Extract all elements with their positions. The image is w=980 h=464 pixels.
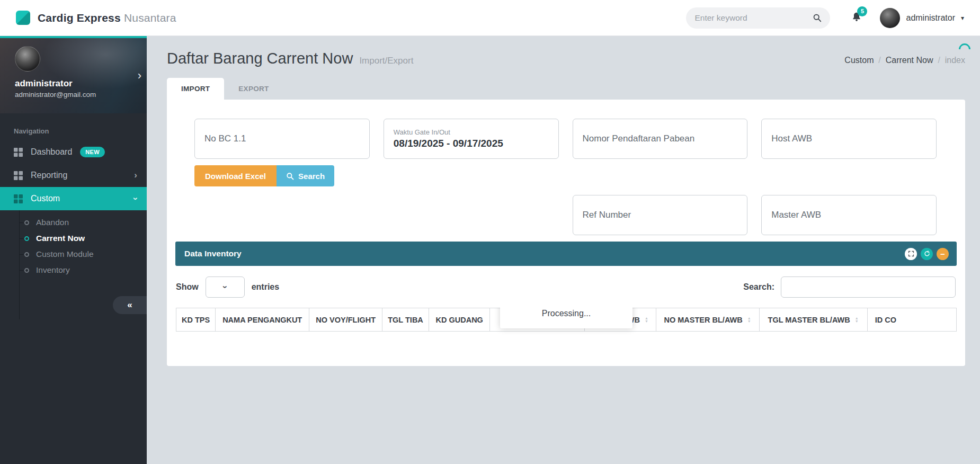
panel-title: Data Inventory (184, 249, 242, 258)
app-header: Cardig Express Nusantara 5 administrator… (0, 0, 980, 36)
tab-export[interactable]: EXPORT (224, 78, 283, 100)
search-button[interactable]: Search (277, 165, 334, 186)
no-bc-input[interactable] (204, 133, 360, 144)
ref-number-field (573, 195, 748, 235)
chevron-down-icon: › (220, 285, 230, 288)
nav-section-label: Navigation (14, 127, 147, 135)
bullet-icon (24, 268, 29, 273)
grid-icon (14, 148, 23, 157)
search-icon[interactable] (813, 13, 822, 22)
column-label: ID CO (875, 316, 896, 324)
subitem-label: Custom Module (36, 249, 94, 259)
expand-button[interactable] (905, 248, 917, 260)
user-menu[interactable]: administrator ▾ (880, 8, 964, 28)
host-awb-input[interactable] (771, 133, 926, 144)
breadcrumb-item-custom[interactable]: Custom (844, 56, 885, 65)
main-content: Daftar Barang Carrent Now Import/Export … (147, 36, 980, 464)
sidebar-item-reporting[interactable]: Reporting › (0, 164, 147, 187)
sidebar-subitem-carrent-now[interactable]: Carrent Now (0, 230, 147, 246)
profile-card: administrator administrator@gmail.com › (0, 38, 147, 113)
content-panel: Download Excel Search Waktu Gate In/Out … (167, 100, 965, 366)
column-header-tgl-tiba: TGL TIBA (382, 308, 429, 332)
table-search-input[interactable] (781, 276, 956, 298)
sidebar-item-dashboard[interactable]: Dashboard NEW (0, 140, 147, 164)
keyword-search (686, 7, 830, 29)
datatable-container: KD TPS NAMA PENGANGKUT NO VOY/FLIGHT TGL… (176, 308, 957, 394)
breadcrumb-item-index: index (945, 56, 965, 65)
sidebar-subitem-inventory[interactable]: Inventory (0, 262, 147, 278)
no-bc-field (194, 119, 370, 159)
sort-icon: ▲▼ (747, 317, 751, 323)
sidebar-subitem-abandon[interactable]: Abandon (0, 215, 147, 230)
column-header-no-voy-flight: NO VOY/FLIGHT (309, 308, 382, 332)
breadcrumb: CustomCarrent Nowindex (844, 56, 965, 67)
brand-title-light: Nusantara (124, 12, 176, 24)
column-header-kd-tps: KD TPS (176, 308, 216, 332)
refresh-icon (924, 251, 930, 257)
ref-number-input[interactable] (583, 210, 738, 220)
profile-name: administrator (15, 78, 132, 89)
master-awb-field (761, 195, 937, 235)
notification-badge: 5 (857, 6, 867, 16)
breadcrumb-item-carrent-now[interactable]: Carrent Now (886, 56, 945, 65)
bullet-icon (24, 236, 29, 241)
minus-icon: − (940, 250, 945, 258)
profile-email: administrator@gmail.com (15, 91, 132, 99)
entries-label: entries (252, 282, 279, 292)
brand-title: Cardig Express Nusantara (38, 12, 176, 24)
tab-bar: IMPORT EXPORT (167, 78, 965, 100)
brand: Cardig Express Nusantara (16, 11, 176, 25)
notification-bell[interactable]: 5 (851, 11, 862, 25)
column-label: TGL MASTER BL/AWB (768, 316, 850, 324)
data-inventory-header: Data Inventory − (175, 242, 957, 266)
column-header-id-co[interactable]: ID CO (867, 308, 956, 332)
waktu-gate-value: 08/19/2025 - 09/17/2025 (394, 138, 549, 149)
sidebar-subitem-custom-module[interactable]: Custom Module (0, 246, 147, 262)
bullet-icon (24, 220, 29, 225)
keyword-search-input[interactable] (694, 13, 813, 23)
column-header-nama-pengangkut: NAMA PENGANGKUT (216, 308, 309, 332)
brand-logo-icon (16, 11, 30, 25)
sidebar-item-label: Custom (31, 194, 126, 203)
new-badge: NEW (80, 147, 105, 157)
nomor-pendaftaran-input[interactable] (583, 133, 738, 144)
nomor-pendaftaran-field (573, 119, 748, 159)
processing-overlay: Processing... (500, 308, 632, 328)
column-header-tgl-master-bl-awb[interactable]: TGL MASTER BL/AWB▲▼ (759, 308, 867, 332)
profile-chevron-icon[interactable]: › (138, 69, 141, 83)
user-name: administrator (906, 13, 955, 23)
search-icon (286, 172, 294, 180)
sidebar-item-custom[interactable]: Custom › (0, 187, 147, 210)
subitem-label: Carrent Now (36, 234, 85, 243)
show-label: Show (176, 282, 199, 292)
refresh-button[interactable] (921, 248, 933, 260)
page-title: Daftar Barang Carrent Now (167, 50, 353, 67)
table-search-label: Search: (743, 282, 774, 292)
bullet-icon (24, 252, 29, 257)
profile-avatar (15, 46, 40, 72)
waktu-gate-label: Waktu Gate In/Out (394, 128, 549, 136)
processing-label: Processing... (542, 309, 591, 318)
caret-down-icon: ▾ (961, 14, 964, 22)
entries-select[interactable]: › (206, 276, 245, 298)
collapse-panel-button[interactable]: − (937, 248, 949, 260)
sort-icon: ▲▼ (855, 317, 859, 323)
sidebar-collapse-button[interactable]: « (113, 296, 147, 314)
expand-icon (908, 251, 914, 257)
host-awb-field (761, 119, 937, 159)
column-label: NO MASTER BL/AWB (664, 316, 743, 324)
download-excel-button[interactable]: Download Excel (194, 165, 277, 186)
column-header-no-master-bl-awb[interactable]: NO MASTER BL/AWB▲▼ (656, 308, 759, 332)
tab-import[interactable]: IMPORT (167, 78, 224, 100)
sidebar: administrator administrator@gmail.com › … (0, 36, 147, 464)
column-header-kd-gudang: KD GUDANG (429, 308, 489, 332)
waktu-gate-field[interactable]: Waktu Gate In/Out 08/19/2025 - 09/17/202… (384, 119, 559, 159)
grid-icon (14, 194, 23, 203)
chevron-down-icon: › (130, 197, 141, 200)
subitem-label: Abandon (36, 218, 69, 227)
filter-form: Download Excel Search Waktu Gate In/Out … (167, 100, 965, 235)
sort-icon: ▲▼ (645, 317, 648, 323)
datatable-controls: Show › entries Search: (167, 266, 965, 298)
master-awb-input[interactable] (771, 210, 926, 220)
search-button-label: Search (298, 172, 325, 181)
